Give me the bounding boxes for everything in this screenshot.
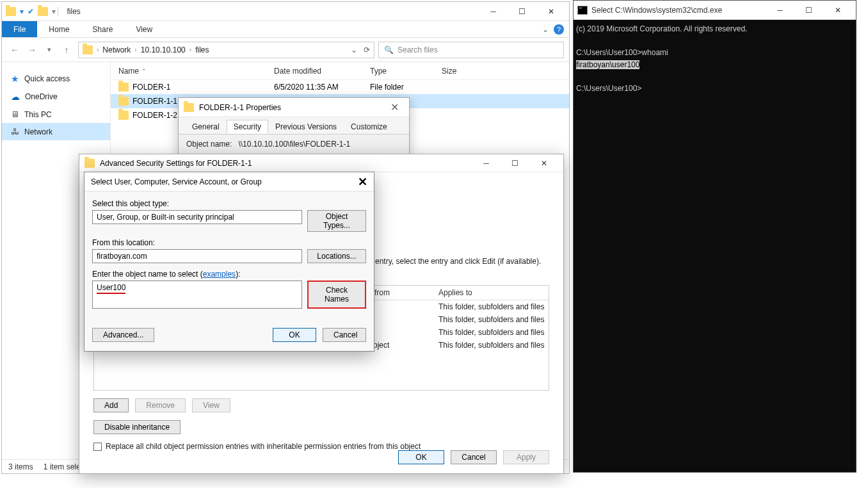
table-row[interactable]: FOLDER-1 6/5/2020 11:35 AM File folder	[111, 80, 569, 94]
object-type-label: Select this object type:	[92, 199, 366, 208]
qat-props-icon[interactable]: ▾	[20, 7, 24, 16]
view-tab[interactable]: View	[124, 21, 164, 37]
status-items: 3 items	[8, 462, 33, 471]
search-icon: 🔍	[384, 45, 394, 54]
ribbon-expand-icon[interactable]: ⌄	[542, 25, 549, 34]
addr-part-ip[interactable]: 10.10.10.100	[141, 45, 186, 54]
props-close-button[interactable]: ✕	[385, 101, 404, 113]
col-header-size[interactable]: Size	[442, 67, 493, 76]
folder-icon	[184, 103, 194, 112]
forward-button[interactable]: →	[24, 42, 40, 58]
view-button: View	[192, 398, 230, 412]
properties-tabs: General Security Previous Versions Custo…	[179, 117, 409, 134]
qat: ▾ ✔ ▾	[6, 7, 56, 16]
select-user-dialog: Select User, Computer, Service Account, …	[84, 172, 374, 352]
adv-maximize-button[interactable]: ☐	[501, 154, 529, 172]
ok-button[interactable]: OK	[273, 328, 316, 342]
back-button[interactable]: ←	[7, 42, 22, 58]
qat-checkmark-icon[interactable]: ✔	[28, 7, 34, 16]
addr-folder-icon	[83, 45, 93, 54]
folder-icon	[118, 111, 129, 120]
sidebar-onedrive[interactable]: ☁OneDrive	[2, 88, 110, 106]
col-header-name[interactable]: Name⌃	[111, 67, 274, 76]
pc-icon: 🖥	[11, 110, 19, 119]
sidebar-this-pc[interactable]: 🖥This PC	[2, 106, 110, 123]
object-name-input[interactable]: User100	[92, 281, 302, 309]
remove-button: Remove	[135, 398, 186, 412]
sidebar-network[interactable]: 🖧Network	[2, 123, 110, 140]
addr-part-folder[interactable]: files	[195, 45, 209, 54]
cmd-icon	[577, 6, 588, 15]
tab-security[interactable]: Security	[227, 120, 268, 134]
adv-title: Advanced Security Settings for FOLDER-1-…	[100, 159, 252, 168]
tab-previous-versions[interactable]: Previous Versions	[268, 120, 344, 134]
cancel-button[interactable]: Cancel	[451, 450, 497, 464]
ok-button[interactable]: OK	[398, 450, 444, 464]
share-tab[interactable]: Share	[81, 21, 124, 37]
address-bar[interactable]: › Network › 10.10.10.100 › files ⌄ ⟳	[78, 42, 374, 58]
qat-newfolder-icon[interactable]	[38, 7, 48, 16]
minimize-button[interactable]: ─	[479, 3, 508, 20]
select-user-title: Select User, Computer, Service Account, …	[91, 177, 262, 186]
adv-minimize-button[interactable]: ─	[472, 154, 501, 172]
properties-title: FOLDER-1-1 Properties	[199, 103, 281, 112]
file-tab[interactable]: File	[2, 21, 37, 37]
object-name-label: Enter the object name to select (example…	[92, 270, 366, 279]
adv-close-button[interactable]: ✕	[529, 154, 558, 172]
cmd-maximize-button[interactable]: ☐	[794, 1, 823, 19]
cmd-title: Select C:\Windows\system32\cmd.exe	[591, 6, 722, 15]
object-type-field	[92, 210, 302, 224]
object-name-label: Object name:	[186, 140, 232, 149]
select-user-close-button[interactable]: ✕	[358, 175, 367, 189]
replace-checkbox[interactable]	[93, 443, 102, 451]
addr-dropdown-icon[interactable]: ⌄	[351, 45, 357, 54]
ribbon: File Home Share View ⌄ ?	[2, 21, 569, 38]
properties-dialog: FOLDER-1-1 Properties ✕ General Security…	[178, 97, 410, 155]
folder-icon	[84, 159, 95, 168]
nav-row: ← → ▾ ↑ › Network › 10.10.10.100 › files…	[2, 38, 569, 62]
examples-link[interactable]: examples	[203, 270, 236, 279]
network-icon: 🖧	[11, 127, 19, 136]
locations-button[interactable]: Locations...	[307, 249, 366, 263]
sort-asc-icon: ⌃	[141, 68, 147, 74]
home-tab[interactable]: Home	[37, 21, 81, 37]
history-dropdown[interactable]: ▾	[42, 42, 57, 58]
cmd-close-button[interactable]: ✕	[823, 1, 852, 19]
advanced-button[interactable]: Advanced...	[92, 328, 154, 342]
cmd-selection: firatboyan\user100	[576, 60, 639, 69]
folder-icon	[118, 97, 129, 106]
properties-title-bar: FOLDER-1-1 Properties ✕	[179, 98, 409, 117]
addr-part-network[interactable]: Network	[102, 45, 131, 54]
sidebar-quick-access[interactable]: ★Quick access	[2, 70, 110, 88]
cloud-icon: ☁	[11, 92, 20, 102]
object-types-button[interactable]: Object Types...	[307, 210, 366, 232]
add-button[interactable]: Add	[93, 398, 129, 412]
tab-customize[interactable]: Customize	[344, 120, 394, 134]
search-placeholder: Search files	[398, 45, 438, 54]
window-title: files	[67, 7, 81, 16]
cancel-button[interactable]: Cancel	[323, 328, 366, 342]
select-user-title-bar: Select User, Computer, Service Account, …	[84, 172, 374, 191]
perm-col-applies[interactable]: Applies to	[438, 288, 549, 297]
check-names-button[interactable]: Check Names	[307, 281, 366, 309]
refresh-icon[interactable]: ⟳	[364, 45, 370, 54]
col-header-type[interactable]: Type	[370, 67, 442, 76]
replace-label: Replace all child object permission entr…	[106, 442, 421, 451]
apply-button: Apply	[503, 450, 549, 464]
cmd-output[interactable]: (c) 2019 Microsoft Corporation. All righ…	[574, 20, 856, 97]
explorer-title-bar: ▾ ✔ ▾ │ files ─ ☐ ✕	[2, 2, 569, 21]
disable-inheritance-button[interactable]: Disable inheritance	[93, 420, 181, 434]
object-name-value: User100	[97, 282, 125, 294]
up-button[interactable]: ↑	[59, 42, 74, 58]
tab-general[interactable]: General	[185, 120, 227, 134]
col-header-modified[interactable]: Date modified	[274, 67, 370, 76]
close-button[interactable]: ✕	[536, 3, 565, 20]
help-icon[interactable]: ?	[554, 24, 564, 35]
cmd-minimize-button[interactable]: ─	[766, 1, 794, 19]
folder-icon	[6, 7, 16, 16]
object-name-value: \\10.10.10.100\files\FOLDER-1-1	[238, 140, 350, 149]
star-icon: ★	[11, 74, 19, 84]
search-box[interactable]: 🔍 Search files	[378, 42, 564, 58]
folder-icon	[118, 83, 129, 92]
maximize-button[interactable]: ☐	[508, 3, 536, 20]
